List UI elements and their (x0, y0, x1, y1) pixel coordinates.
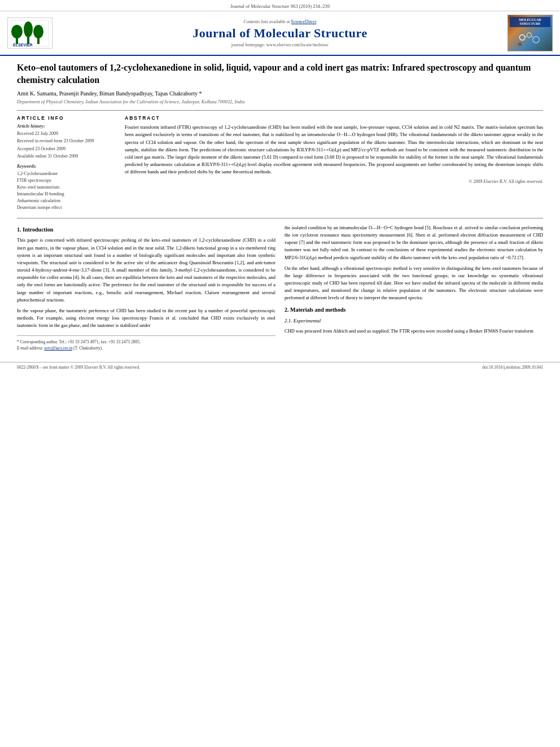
section2-para1: CHD was procured from Aldrich and used a… (285, 327, 543, 335)
header-left: ELSEVIER (5, 15, 55, 51)
journal-image-label: MOLECULAR STRUCTURE (510, 17, 550, 27)
page: Journal of Molecular Structure 963 (2010… (0, 0, 560, 747)
available-online-date: Available online 31 October 2009 (17, 153, 116, 159)
svg-point-4 (24, 21, 33, 37)
article-body: Keto–enol tautomers of 1,2-cyclohexanedi… (0, 56, 560, 357)
header-center: Contents lists available at ScienceDirec… (60, 15, 500, 51)
svg-text:ELSEVIER: ELSEVIER (13, 43, 33, 47)
column-right: the isolated condition by an intramolecu… (285, 224, 543, 352)
svg-point-14 (537, 32, 540, 34)
journal-cover-image: MOLECULAR STRUCTURE (508, 15, 553, 51)
svg-line-12 (531, 36, 532, 37)
section1-title: 1. Introduction (17, 225, 275, 234)
keyword-4: Intramolecular H-bonding (17, 191, 116, 198)
footnote-area: * Corresponding author. Tel.: +91 33 247… (17, 335, 275, 352)
email-name: (T. Chakraborty). (73, 346, 103, 351)
footer-issn: 0022-2860/$ – see front matter © 2009 El… (17, 365, 140, 370)
abstract-section: ABSTRACT Fourier transform infrared (FTI… (125, 115, 543, 211)
section2-title: 2. Materials and methods (285, 305, 543, 314)
footnote-email: E-mail address: pctc@iacs.res.in (T. Cha… (17, 345, 275, 352)
journal-homepage: journal homepage: www.elsevier.com/locat… (231, 42, 329, 47)
keyword-5: Anharmonic calculation (17, 198, 116, 204)
svg-point-10 (533, 37, 539, 43)
abstract-title: ABSTRACT (125, 115, 543, 121)
svg-line-15 (522, 42, 527, 45)
footer-doi: doi:10.1016/j.molstruc.2009.10.041 (482, 365, 543, 370)
sciencedirect-text: Contents lists available at ScienceDirec… (244, 19, 317, 24)
svg-point-13 (518, 43, 522, 47)
info-abstract-section: ARTICLE INFO Article history: Received 2… (17, 110, 543, 211)
article-title: Keto–enol tautomers of 1,2-cyclohexanedi… (17, 62, 543, 86)
received-revised-date: Received in revised form 23 October 2009 (17, 138, 116, 144)
svg-point-8 (519, 35, 525, 41)
authors: Amit K. Samanta, Prasenjit Pandey, Biman… (17, 90, 543, 97)
keyword-6: Deuterium isotope effect (17, 204, 116, 211)
footnote-corresponding: * Corresponding author. Tel.: +91 33 247… (17, 339, 275, 346)
sciencedirect-link[interactable]: ScienceDirect (291, 19, 317, 24)
svg-point-2 (11, 25, 23, 38)
journal-header: ELSEVIER Contents lists available at Sci… (0, 11, 560, 56)
email-label: E-mail address: (17, 346, 45, 351)
section1-right-para1: the isolated condition by an intramolecu… (285, 224, 543, 261)
copyright: © 2009 Elsevier B.V. All rights reserved… (125, 179, 543, 184)
section1-right-para2: On the other hand, although a vibrationa… (285, 265, 543, 302)
keywords-label: Keywords: (17, 164, 116, 169)
main-columns: 1. Introduction This paper is concerned … (17, 218, 543, 352)
accepted-date: Accepted 23 October 2009 (17, 146, 116, 152)
svg-line-11 (525, 36, 527, 37)
svg-point-9 (527, 33, 531, 38)
elsevier-logo: ELSEVIER (7, 18, 53, 49)
header-right: MOLECULAR STRUCTURE (505, 15, 555, 51)
keyword-1: 1,2-Cyclohexanedione (17, 171, 116, 177)
received-date: Received 22 July 2009 (17, 130, 116, 137)
article-info-title: ARTICLE INFO (17, 115, 116, 121)
column-left: 1. Introduction This paper is concerned … (17, 224, 275, 352)
journal-title: Journal of Molecular Structure (193, 26, 367, 41)
footer-bar: 0022-2860/$ – see front matter © 2009 El… (0, 362, 560, 372)
section2-subsection1: 2.1. Experimental (285, 317, 543, 325)
journal-ref-bar: Journal of Molecular Structure 963 (2010… (0, 0, 560, 11)
abstract-text: Fourier transform infrared (FTIR) spectr… (125, 124, 543, 176)
journal-reference: Journal of Molecular Structure 963 (2010… (230, 3, 330, 9)
section1-para2: In the vapour phase, the tautomeric pref… (17, 307, 275, 330)
section1-para1: This paper is concerned with infrared sp… (17, 237, 275, 304)
article-info: ARTICLE INFO Article history: Received 2… (17, 115, 116, 211)
history-label: Article history: (17, 124, 116, 129)
email-link[interactable]: pctc@iacs.res.in (45, 346, 72, 351)
svg-point-6 (33, 25, 43, 38)
keyword-3: Keto–enol tautomerism (17, 184, 116, 191)
affiliation: Department of Physical Chemistry, Indian… (17, 99, 543, 104)
keyword-2: FTIR spectroscopy (17, 177, 116, 184)
